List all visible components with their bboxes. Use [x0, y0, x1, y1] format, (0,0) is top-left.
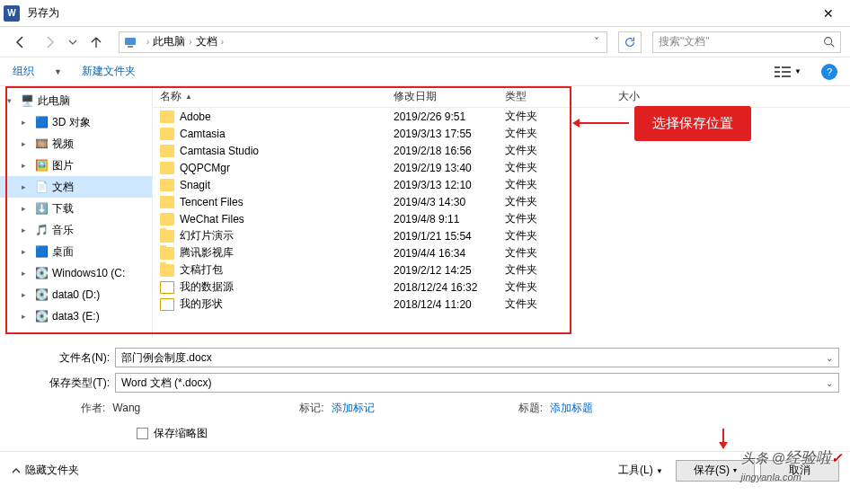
file-date: 2019/4/3 14:30 — [386, 196, 498, 208]
video-icon: 🎞️ — [34, 137, 49, 151]
cancel-button[interactable]: 取消 — [760, 460, 839, 482]
expand-icon[interactable]: ▸ — [22, 139, 31, 148]
folder-icon — [160, 281, 174, 294]
title-value[interactable]: 添加标题 — [550, 401, 730, 416]
tree-item-6[interactable]: ▸🎵音乐 — [0, 219, 152, 241]
file-row[interactable]: WeChat Files2019/4/8 9:11文件夹 — [153, 210, 850, 227]
expand-icon[interactable]: ▸ — [22, 204, 31, 213]
file-row[interactable]: Camtasia Studio2019/2/18 16:56文件夹 — [153, 142, 850, 159]
forward-button[interactable] — [38, 31, 61, 54]
tree-item-7[interactable]: ▸🟦桌面 — [0, 241, 152, 262]
file-row[interactable]: 幻灯片演示2019/1/21 15:54文件夹 — [153, 227, 850, 244]
tree-item-9[interactable]: ▸💽data0 (D:) — [0, 284, 152, 305]
file-date: 2019/2/18 16:56 — [386, 145, 498, 157]
file-type: 文件夹 — [498, 211, 573, 226]
crumb-documents[interactable]: 文档 — [196, 34, 217, 49]
file-row[interactable]: 文稿打包2019/2/12 14:25文件夹 — [153, 261, 850, 279]
expand-icon[interactable]: ▸ — [22, 247, 31, 256]
chevron-down-icon[interactable]: ⌄ — [826, 353, 833, 363]
organize-menu[interactable]: 组织 — [13, 64, 34, 79]
refresh-button[interactable] — [618, 31, 642, 53]
filename-input[interactable]: 部门例会制度.docx ⌄ — [115, 348, 839, 367]
folder-tree: ▾🖥️此电脑▸🟦3D 对象▸🎞️视频▸🖼️图片▸📄文档▸⬇️下载▸🎵音乐▸🟦桌面… — [0, 86, 153, 338]
file-date: 2019/4/8 9:11 — [386, 213, 498, 225]
title-bar: W 另存为 ✕ — [0, 0, 850, 27]
chevron-down-icon[interactable]: ⌄ — [826, 378, 833, 388]
file-name: WeChat Files — [180, 213, 244, 225]
col-size[interactable]: 大小 — [611, 89, 692, 104]
tree-item-0[interactable]: ▾🖥️此电脑 — [0, 90, 152, 111]
file-date: 2019/4/4 16:34 — [386, 247, 498, 260]
expand-icon[interactable]: ▸ — [22, 312, 31, 321]
window-title: 另存为 — [27, 5, 59, 21]
expand-icon[interactable]: ▸ — [22, 290, 31, 299]
toolbar: 组织 ▼ 新建文件夹 ▼ ? — [0, 57, 850, 86]
svg-rect-3 — [775, 66, 780, 68]
tree-item-10[interactable]: ▸💽data3 (E:) — [0, 305, 152, 327]
expand-icon[interactable]: ▸ — [22, 269, 31, 278]
crumb-this-pc[interactable]: 此电脑 — [153, 34, 185, 49]
view-mode-button[interactable]: ▼ — [775, 66, 801, 78]
tools-menu[interactable]: 工具(L) ▼ — [613, 460, 668, 481]
file-type: 文件夹 — [498, 279, 573, 295]
file-row[interactable]: Tencent Files2019/4/3 14:30文件夹 — [153, 193, 850, 210]
file-type: 文件夹 — [498, 262, 573, 278]
svg-rect-7 — [782, 71, 791, 73]
history-dropdown[interactable] — [66, 31, 79, 54]
expand-icon[interactable]: ▸ — [22, 225, 31, 234]
file-name: 幻灯片演示 — [180, 228, 234, 243]
folder-icon — [160, 213, 174, 225]
tree-item-5[interactable]: ▸⬇️下载 — [0, 198, 152, 219]
author-value[interactable]: Wang — [112, 402, 292, 414]
file-name: Tencent Files — [180, 196, 243, 208]
svg-point-2 — [825, 38, 832, 45]
close-button[interactable]: ✕ — [810, 0, 846, 27]
doc-icon: 📄 — [34, 180, 49, 194]
expand-icon[interactable]: ▸ — [22, 161, 31, 170]
tree-item-4[interactable]: ▸📄文档 — [0, 176, 152, 198]
search-input[interactable]: 搜索"文档" — [652, 31, 841, 53]
tree-item-8[interactable]: ▸💽Windows10 (C: — [0, 262, 152, 284]
breadcrumb-dropdown[interactable]: ˅ — [590, 36, 603, 49]
hide-folders-button[interactable]: 隐藏文件夹 — [11, 463, 79, 478]
file-row[interactable]: Snagit2019/3/13 12:10文件夹 — [153, 176, 850, 193]
file-name: Snagit — [180, 179, 210, 191]
tree-label: data3 (E:) — [52, 310, 100, 323]
tree-label: 桌面 — [52, 244, 74, 260]
filetype-select[interactable]: Word 文档 (*.docx) ⌄ — [115, 373, 839, 393]
help-button[interactable]: ? — [821, 64, 837, 80]
expand-icon[interactable]: ▾ — [7, 96, 16, 105]
tree-item-2[interactable]: ▸🎞️视频 — [0, 133, 152, 155]
drive-icon: 💽 — [34, 287, 49, 302]
search-placeholder: 搜索"文档" — [659, 34, 710, 49]
up-button[interactable] — [84, 31, 108, 54]
column-headers: 名称▲ 修改日期 类型 大小 — [153, 86, 850, 108]
svg-rect-6 — [782, 66, 791, 68]
col-name[interactable]: 名称▲ — [153, 89, 386, 104]
save-button[interactable]: 保存(S) ▾ — [676, 460, 755, 482]
thumbnail-checkbox[interactable] — [137, 428, 148, 439]
file-row[interactable]: 我的形状2018/12/4 11:20文件夹 — [153, 296, 850, 313]
search-icon[interactable] — [823, 36, 835, 48]
main-area: 选择保存位置 ▾🖥️此电脑▸🟦3D 对象▸🎞️视频▸🖼️图片▸📄文档▸⬇️下载▸… — [0, 86, 850, 338]
file-name: 我的数据源 — [180, 279, 234, 295]
file-row[interactable]: 我的数据源2018/12/24 16:32文件夹 — [153, 279, 850, 296]
col-date[interactable]: 修改日期 — [386, 89, 498, 104]
tree-item-3[interactable]: ▸🖼️图片 — [0, 155, 152, 176]
col-type[interactable]: 类型 — [498, 89, 573, 104]
expand-icon[interactable]: ▸ — [22, 118, 31, 127]
tree-item-1[interactable]: ▸🟦3D 对象 — [0, 111, 152, 133]
back-button[interactable] — [9, 31, 32, 54]
3d-icon: 🟦 — [34, 115, 49, 129]
chevron-down-icon[interactable]: ▼ — [54, 67, 62, 76]
new-folder-button[interactable]: 新建文件夹 — [82, 64, 136, 79]
chevron-right-icon: › — [221, 37, 224, 47]
file-type: 文件夹 — [498, 177, 573, 192]
file-row[interactable]: QQPCMgr2019/2/19 13:40文件夹 — [153, 159, 850, 176]
drive-icon: 💽 — [34, 266, 49, 280]
expand-icon[interactable]: ▸ — [22, 182, 31, 191]
breadcrumb[interactable]: › 此电脑 › 文档 › ˅ — [119, 31, 607, 53]
dl-icon: ⬇️ — [34, 201, 49, 216]
tag-value[interactable]: 添加标记 — [332, 401, 511, 416]
file-row[interactable]: 腾讯影视库2019/4/4 16:34文件夹 — [153, 244, 850, 261]
